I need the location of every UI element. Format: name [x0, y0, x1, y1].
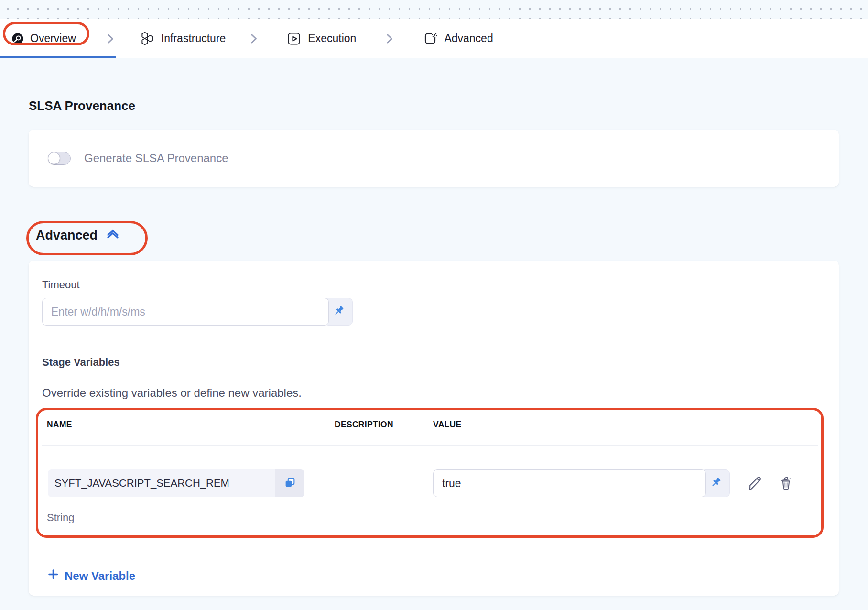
edit-variable-button[interactable] [747, 469, 762, 497]
advanced-heading-label: Advanced [36, 226, 98, 244]
table-divider [42, 445, 818, 446]
overview-icon [11, 33, 24, 45]
slsa-provenance-heading: SLSA Provenance [29, 98, 839, 113]
variable-name-cell: SYFT_JAVASCRIPT_SEARCH_REM Stri [47, 469, 335, 524]
variable-description-cell [335, 469, 433, 524]
slsa-provenance-card: Generate SLSA Provenance [29, 130, 839, 187]
variable-value-input[interactable] [433, 469, 706, 497]
variable-name-control: SYFT_JAVASCRIPT_SEARCH_REM [48, 469, 304, 497]
copy-button[interactable] [275, 469, 304, 497]
tab-infrastructure[interactable]: Infrastructure [140, 32, 226, 45]
tab-advanced[interactable]: Advanced [423, 32, 493, 45]
stage-tab-bar: Overview Infrastructure [0, 19, 868, 58]
advanced-section-toggle[interactable]: Advanced [36, 226, 120, 244]
tab-label: Overview [30, 32, 76, 45]
stage-variables-heading: Stage Variables [42, 356, 825, 369]
infrastructure-icon [140, 32, 155, 45]
stage-variables-table: NAME DESCRIPTION VALUE SYFT_JAVASCRIPT_S… [42, 419, 825, 542]
chevron-right-icon [385, 33, 394, 44]
column-header-value: VALUE [433, 419, 825, 430]
tab-label: Advanced [444, 32, 493, 45]
pin-icon [332, 305, 345, 319]
chevron-right-icon [106, 33, 115, 44]
timeout-input-group [42, 298, 825, 326]
pin-icon [709, 476, 722, 490]
generate-slsa-toggle[interactable] [48, 152, 71, 165]
execution-icon [287, 32, 302, 45]
tab-overview[interactable]: Overview [11, 32, 76, 45]
pencil-icon [747, 475, 762, 492]
plus-icon [48, 569, 59, 583]
variable-type-label: String [47, 512, 335, 524]
tab-label: Execution [308, 32, 356, 45]
table-divider [42, 542, 818, 542]
variable-row: SYFT_JAVASCRIPT_SEARCH_REM Stri [47, 469, 825, 524]
table-header-row: NAME DESCRIPTION VALUE [47, 419, 825, 430]
new-variable-button[interactable]: New Variable [48, 569, 135, 583]
variable-value-cell [433, 469, 825, 524]
trash-icon [779, 475, 793, 491]
delete-variable-button[interactable] [779, 469, 793, 497]
chevron-up-icon [106, 226, 120, 244]
copy-icon [284, 477, 296, 490]
active-tab-underline [0, 56, 116, 58]
advanced-tab-icon [423, 32, 438, 45]
pipeline-stage-config-page: Overview Infrastructure [0, 0, 868, 610]
advanced-card: Timeout [29, 261, 839, 596]
column-header-name: NAME [47, 419, 335, 430]
timeout-input[interactable] [42, 298, 329, 326]
column-header-description: DESCRIPTION [335, 419, 433, 430]
tab-label: Infrastructure [161, 32, 226, 45]
stage-variables-description: Override existing variables or define ne… [42, 386, 825, 400]
timeout-label: Timeout [42, 279, 825, 291]
canvas-dotted-background [0, 0, 868, 19]
generate-slsa-label: Generate SLSA Provenance [84, 152, 228, 165]
overview-tab-content: SLSA Provenance Generate SLSA Provenance… [0, 98, 868, 596]
new-variable-label: New Variable [65, 569, 135, 583]
toggle-knob [48, 152, 60, 164]
chevron-right-icon [249, 33, 259, 44]
tab-execution[interactable]: Execution [287, 32, 356, 45]
variable-name-field[interactable]: SYFT_JAVASCRIPT_SEARCH_REM [48, 469, 275, 497]
value-input-group [433, 469, 730, 497]
